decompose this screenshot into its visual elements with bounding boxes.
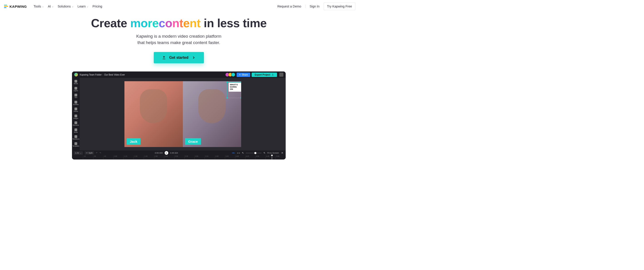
snap-icon[interactable]: ⇥⇤ <box>232 152 235 154</box>
tick: 4:15 <box>245 155 256 160</box>
split-button[interactable]: ✂Split <box>85 151 94 155</box>
transitions-icon <box>74 135 77 138</box>
tick: 2:00 <box>154 155 164 160</box>
editor-timeline: 1.0x⌄ ✂Split ↶ ↷ 0:00.000 4:45:324 ⇥⇤ ⟷ … <box>72 150 286 160</box>
editor-preview: Kapwing Team Folder›Our Best Video Ever … <box>72 71 286 160</box>
editor-logo-icon[interactable] <box>74 73 78 76</box>
share-button[interactable]: Share <box>236 73 250 77</box>
name-tag-left[interactable]: Jack <box>127 138 140 145</box>
zoom-in-icon[interactable]: 🔍︎ <box>264 152 266 154</box>
zoom-slider[interactable] <box>246 153 262 153</box>
tick: :45 <box>103 155 113 160</box>
tick: 1:45 <box>144 155 154 160</box>
layers-icon <box>74 87 77 90</box>
nav-link-ai[interactable]: AI⌄ <box>48 4 54 8</box>
logo-icon <box>4 5 8 8</box>
text-icon <box>74 94 77 96</box>
try-free-button[interactable]: Try Kapwing Free <box>324 2 356 10</box>
sidebar-item-text[interactable]: Text <box>72 93 80 100</box>
close-timeline-button[interactable]: ✕ <box>281 151 284 155</box>
time-current: 0:00.000 <box>155 152 163 154</box>
chevron-right-icon <box>192 56 196 60</box>
upload-icon <box>162 56 166 60</box>
hero: Create more content in less time Kapwing… <box>0 16 358 63</box>
top-nav: KAPWING Tools⌄ AI⌄ Solutions⌄ Learn⌄ Pri… <box>0 0 358 13</box>
video-frame[interactable]: Jack Grace WHAT'S GOING ON Eric E <box>124 81 241 147</box>
sidebar-item-layers[interactable]: Layers <box>72 86 80 93</box>
play-button[interactable] <box>165 151 168 155</box>
get-started-button[interactable]: Get started <box>154 52 204 63</box>
logo[interactable]: KAPWING <box>2 4 28 8</box>
nav-link-tools[interactable]: Tools⌄ <box>34 4 44 8</box>
sidebar-item-templates[interactable]: Templates <box>72 141 80 148</box>
editor-topbar: Kapwing Team Folder›Our Best Video Ever … <box>72 71 286 78</box>
templates-icon <box>74 142 77 145</box>
name-tag-right[interactable]: Grace <box>185 138 201 145</box>
user-avatar[interactable] <box>279 73 284 77</box>
speed-selector[interactable]: 1.0x⌄ <box>74 151 83 155</box>
tick: :30 <box>93 155 103 160</box>
svg-point-0 <box>239 74 240 75</box>
sidebar-item-elements[interactable]: Elements <box>72 120 80 127</box>
tick: 4:00 <box>235 155 245 160</box>
chevron-down-icon: ⌄ <box>42 5 44 8</box>
fit-to-screen-button[interactable]: Fit to Screen <box>267 152 279 154</box>
request-demo-link[interactable]: Request a Demo <box>277 4 301 8</box>
nav-links: Tools⌄ AI⌄ Solutions⌄ Learn⌄ Pricing <box>34 4 102 8</box>
chevron-down-icon: ⌄ <box>86 5 88 8</box>
hero-rainbow-text: more content <box>130 16 200 30</box>
trim-icon[interactable]: ⟷ <box>237 152 240 154</box>
audio-icon <box>74 128 77 131</box>
zoom-out-icon[interactable]: 🔍︎ <box>242 152 244 154</box>
nav-link-learn[interactable]: Learn⌄ <box>78 4 88 8</box>
hero-headline: Create more content in less time <box>0 16 358 30</box>
speech-bubble[interactable]: WHAT'S GOING ON <box>229 83 241 92</box>
chevron-down-icon: ⌄ <box>52 5 54 8</box>
tick: 5:00 <box>276 155 286 160</box>
videos-icon <box>74 108 77 110</box>
timeline-ruler[interactable]: :15 :30 :45 1:00 1:15 1:30 1:45 2:00 2:1… <box>72 155 286 160</box>
nav-right: Request a Demo Sign In Try Kapwing Free <box>277 2 356 10</box>
export-icon <box>272 73 274 76</box>
hero-subtitle: Kapwing is a modern video creation platf… <box>0 33 358 46</box>
tick: 2:15 <box>164 155 174 160</box>
tick: 3:00 <box>194 155 204 160</box>
subtitles-icon <box>74 101 77 103</box>
editor-sidebar: Media Layers Text Subtitles Videos Image… <box>72 78 80 150</box>
avatar[interactable] <box>231 73 235 77</box>
tick: 4:45 <box>266 155 276 160</box>
chevron-down-icon: ⌄ <box>72 5 74 8</box>
tick: 3:45 <box>225 155 235 160</box>
video-right[interactable]: Grace WHAT'S GOING ON Eric Em <box>183 81 241 147</box>
sign-in-link[interactable]: Sign In <box>310 4 320 8</box>
tick: 3:30 <box>215 155 225 160</box>
sidebar-item-audio[interactable]: Audio <box>72 127 80 134</box>
breadcrumb[interactable]: Kapwing Team Folder›Our Best Video Ever <box>80 73 125 76</box>
sidebar-item-media[interactable]: Media <box>72 79 80 86</box>
editor-canvas[interactable]: Jack Grace WHAT'S GOING ON Eric E <box>80 78 286 150</box>
user-plus-icon <box>239 74 241 76</box>
sidebar-item-videos[interactable]: Videos <box>72 106 80 113</box>
logo-text: KAPWING <box>10 4 27 8</box>
redo-button[interactable]: ↷ <box>100 152 101 154</box>
elements-icon <box>74 121 77 124</box>
sidebar-item-images[interactable]: Images <box>72 113 80 120</box>
nav-link-pricing[interactable]: Pricing <box>92 4 102 8</box>
divider <box>305 4 306 8</box>
time-total: 4:45:324 <box>170 152 178 154</box>
tick: 1:15 <box>124 155 134 160</box>
export-button[interactable]: Export Project <box>252 73 277 77</box>
tick: 3:15 <box>204 155 215 160</box>
collaborator-avatars[interactable] <box>226 73 235 77</box>
nav-link-solutions[interactable]: Solutions⌄ <box>58 4 74 8</box>
video-left[interactable]: Jack <box>124 81 183 147</box>
sidebar-item-transitions[interactable]: Transitions <box>72 134 80 141</box>
tick: 4:30 <box>255 155 266 160</box>
playhead[interactable] <box>272 155 272 160</box>
sidebar-item-subtitles[interactable]: Subtitles <box>72 100 80 107</box>
undo-button[interactable]: ↶ <box>96 152 98 154</box>
tick: 2:30 <box>174 155 184 160</box>
media-icon <box>74 80 77 83</box>
tick: 2:45 <box>184 155 194 160</box>
tick: :15 <box>83 155 93 160</box>
